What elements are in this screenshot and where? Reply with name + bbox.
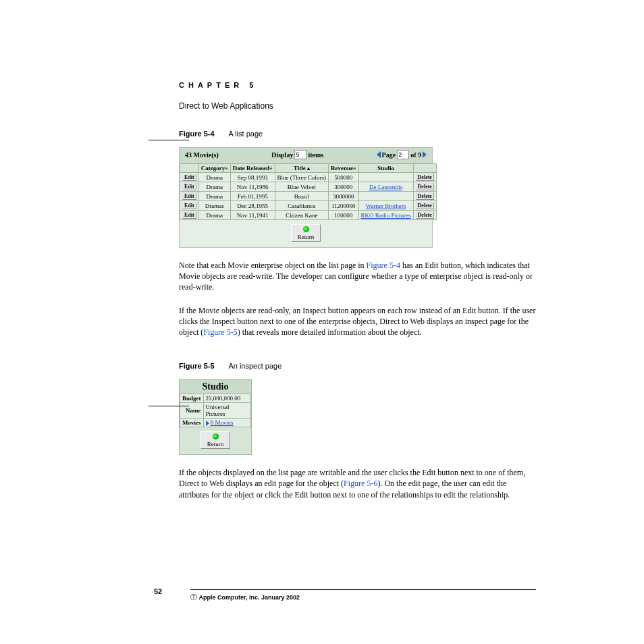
cell-revenue: 11200000 xyxy=(329,201,359,211)
pager-next-icon[interactable] xyxy=(423,151,427,158)
cell-delete: Delete xyxy=(413,173,436,182)
figure-5-4-number: Figure 5-4 xyxy=(179,130,215,138)
cell-label: Budget xyxy=(180,394,204,403)
section-title: Direct to Web Applications xyxy=(179,101,536,111)
pager-prev-icon[interactable] xyxy=(377,151,381,158)
studio-link[interactable]: De Laurentiis xyxy=(369,184,402,190)
disclosure-icon[interactable] xyxy=(206,421,209,426)
cell-title: Brazil xyxy=(275,192,328,201)
cell-edit: Edit xyxy=(180,182,199,192)
xref-figure-5-5[interactable]: Figure 5-5 xyxy=(203,327,237,337)
cell-edit: Edit xyxy=(180,192,199,201)
inspect-return-button[interactable]: Return xyxy=(200,431,230,449)
cell-revenue: 500000 xyxy=(329,173,359,182)
cell-category: Dramas xyxy=(198,201,230,211)
table-row: EditDramaNov 11,1941Citizen Kane100000RK… xyxy=(180,211,437,220)
cell-studio: Warner Brothers xyxy=(358,201,413,211)
cell-date: Sep 08,1993 xyxy=(230,173,275,182)
paragraph-1: Note that each Movie enterprise object o… xyxy=(179,260,536,293)
inspect-return-label: Return xyxy=(207,441,224,448)
paragraph-2: If the Movie objects are read-only, an I… xyxy=(179,305,536,338)
edit-button[interactable]: Edit xyxy=(182,173,196,181)
col-title[interactable]: Title ▴ xyxy=(275,164,328,173)
figure-5-4-caption: A list page xyxy=(228,130,263,138)
movie-count: 43 Movie(s) xyxy=(185,151,219,159)
cell-edit: Edit xyxy=(180,201,199,211)
cell-category: Drama xyxy=(198,182,230,192)
cell-delete: Delete xyxy=(413,201,436,211)
delete-button[interactable]: Delete xyxy=(416,173,434,181)
display-count-input[interactable] xyxy=(294,150,306,159)
return-icon xyxy=(303,226,309,232)
pager-label-pre: Page xyxy=(382,151,396,159)
cell-date: Dec 28,1955 xyxy=(230,201,275,211)
studio-link[interactable]: RKO Radio Pictures xyxy=(361,212,411,219)
col-category[interactable]: Category≡ xyxy=(198,164,230,173)
cell-title: Citizen Kane xyxy=(275,211,328,220)
display-label-post: items xyxy=(308,151,323,159)
col-edit xyxy=(180,164,199,173)
cell-studio: De Laurentiis xyxy=(358,182,413,192)
cell-edit: Edit xyxy=(180,173,199,182)
cell-delete: Delete xyxy=(413,182,436,192)
delete-button[interactable]: Delete xyxy=(416,211,434,219)
cell-studio xyxy=(358,192,413,201)
page-number: 52 xyxy=(154,587,162,595)
return-button[interactable]: Return xyxy=(291,224,321,242)
inspect-table: Budget23,000,000.00NameUniversal Picture… xyxy=(180,394,251,427)
return-label: Return xyxy=(298,234,315,240)
xref-figure-5-6[interactable]: Figure 5-6 xyxy=(344,479,377,488)
cell-delete: Delete xyxy=(413,211,436,220)
xref-figure-5-4[interactable]: Figure 5-4 xyxy=(367,261,400,270)
cell-studio xyxy=(358,173,413,182)
edit-button[interactable]: Edit xyxy=(182,192,196,200)
figure-5-5-number: Figure 5-5 xyxy=(179,362,215,370)
footer: Ⓣ Apple Computer, Inc. January 2002 xyxy=(190,589,536,602)
cell-revenue: 3000000 xyxy=(329,192,359,201)
cell-label: Movies xyxy=(180,419,204,427)
movies-link[interactable]: 8 Movies xyxy=(211,419,234,426)
cell-date: Nov 11,1986 xyxy=(230,182,275,192)
table-row: EditDramaNov 11,1986Blue Velvet300000De … xyxy=(180,182,437,192)
chapter-label: CHAPTER 5 xyxy=(179,81,536,89)
cell-title: Casablanca xyxy=(275,201,328,211)
return-icon xyxy=(213,433,219,439)
cell-edit: Edit xyxy=(180,211,199,220)
cell-value: 23,000,000.00 xyxy=(203,394,250,403)
cell-revenue: 300000 xyxy=(329,182,359,192)
pager-page-input[interactable] xyxy=(397,150,409,159)
edit-button[interactable]: Edit xyxy=(182,211,196,219)
cell-revenue: 100000 xyxy=(329,211,359,220)
list-page-figure: 43 Movie(s) Display items Page of 9 Cate… xyxy=(179,147,433,248)
inspect-page-figure: Studio Budget23,000,000.00NameUniversal … xyxy=(179,379,252,455)
cell-title: Blue Velvet xyxy=(275,182,328,192)
copyright-text: Apple Computer, Inc. January 2002 xyxy=(199,594,300,601)
figure-5-4-label: Figure 5-4 A list page xyxy=(179,130,536,138)
cell-category: Drama xyxy=(198,192,230,201)
paragraph-3: If the objects displayed on the list pag… xyxy=(179,467,536,500)
col-date-released[interactable]: Date Released≡ xyxy=(230,164,275,173)
inspect-header: Studio xyxy=(180,380,251,394)
cell-delete: Delete xyxy=(413,192,436,201)
studio-link[interactable]: Warner Brothers xyxy=(366,203,406,209)
copyright-icon: Ⓣ xyxy=(190,593,197,601)
delete-button[interactable]: Delete xyxy=(416,192,434,200)
movie-table: Category≡ Date Released≡ Title ▴ Revenue… xyxy=(180,163,437,220)
cell-value: Universal Pictures xyxy=(203,403,250,419)
table-row: EditDramaFeb 01,1995Brazil3000000Delete xyxy=(180,192,437,201)
table-row: EditDramasDec 28,1955Casablanca11200000W… xyxy=(180,201,437,211)
edit-button[interactable]: Edit xyxy=(182,183,196,190)
table-row: NameUniversal Pictures xyxy=(180,403,251,419)
col-revenue[interactable]: Revenue≡ xyxy=(329,164,359,173)
table-row: EditDramaSep 08,1993Blue (Three Colors)5… xyxy=(180,173,437,182)
cell-category: Drama xyxy=(198,173,230,182)
cell-date: Nov 11,1941 xyxy=(230,211,275,220)
figure-5-5-label: Figure 5-5 An inspect page xyxy=(179,362,536,370)
col-studio[interactable]: Studio xyxy=(358,164,413,173)
edit-button[interactable]: Edit xyxy=(182,202,196,209)
pager-total: of 9 xyxy=(410,151,421,159)
delete-button[interactable]: Delete xyxy=(416,183,434,190)
cell-title: Blue (Three Colors) xyxy=(275,173,328,182)
delete-button[interactable]: Delete xyxy=(416,202,434,209)
col-delete xyxy=(413,164,436,173)
